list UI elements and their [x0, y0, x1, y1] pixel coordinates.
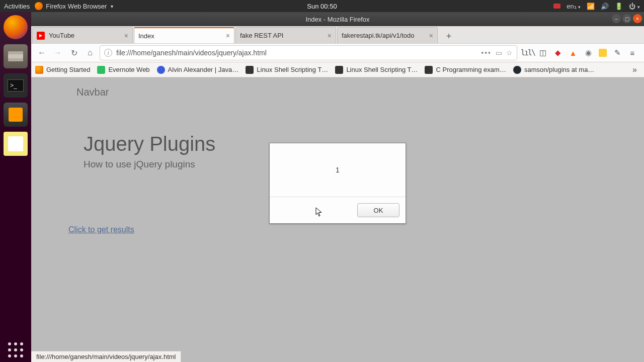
bookmark-getting-started[interactable]: Getting Started — [35, 66, 90, 74]
tab-fakerestapi[interactable]: fakerestapi.tk/api/v1/todo × — [337, 27, 438, 43]
alert-message: 1 — [270, 143, 406, 197]
bookmark-star-icon[interactable]: ☆ — [506, 49, 513, 57]
activities-button[interactable]: Activities — [4, 3, 30, 10]
chevron-down-icon: ▾ — [111, 4, 113, 9]
window-titlebar: Index - Mozilla Firefox – ▢ × — [31, 12, 644, 26]
close-button[interactable]: × — [633, 14, 642, 23]
tab-youtube[interactable]: ▶ YouTube × — [32, 27, 133, 43]
alert-dialog: 1 OK — [269, 143, 406, 224]
forward-button[interactable]: → — [51, 46, 64, 59]
power-icon: ⏻ ▾ — [629, 3, 640, 10]
ok-button[interactable]: OK — [357, 203, 399, 217]
url-text: file:///home/ganesh/main/videos/jquery/a… — [116, 49, 267, 57]
bookmark-alvin[interactable]: Alvin Alexander | Java… — [157, 66, 239, 74]
tab-label: fake REST API — [240, 32, 283, 39]
bookmark-c-prog[interactable]: C Programming exam… — [425, 66, 506, 74]
page-viewport: Navbar Jquery Plugins How to use jQuery … — [31, 77, 644, 362]
launcher-files[interactable] — [4, 44, 28, 68]
url-bar[interactable]: i file:///home/ganesh/main/videos/jquery… — [100, 45, 517, 60]
reload-button[interactable]: ↻ — [67, 46, 80, 59]
bookmarks-bar: Getting Started Evernote Web Alvin Alexa… — [31, 62, 644, 77]
youtube-icon: ▶ — [37, 32, 45, 40]
back-button[interactable]: ← — [35, 46, 48, 59]
gnome-topbar: Activities Firefox Web Browser ▾ Sun 00:… — [0, 0, 644, 12]
bookmark-linux-2[interactable]: Linux Shell Scripting T… — [335, 66, 418, 74]
bookmark-evernote[interactable]: Evernote Web — [97, 66, 149, 74]
status-bar: file:///home/ganesh/main/videos/jquery/a… — [31, 351, 181, 362]
launcher-notes[interactable] — [4, 132, 28, 156]
home-button[interactable]: ⌂ — [84, 46, 97, 59]
bookmark-samson[interactable]: samson/plugins at ma… — [513, 66, 594, 74]
launcher-firefox[interactable] — [4, 15, 28, 39]
clock[interactable]: Sun 00:50 — [307, 3, 337, 10]
tab-label: Index — [138, 32, 154, 40]
tab-fake-rest-api[interactable]: fake REST API × — [235, 27, 336, 43]
battery-icon: 🔋 — [615, 3, 623, 10]
new-tab-button[interactable]: + — [442, 29, 456, 43]
menu-button[interactable]: ≡ — [628, 48, 637, 57]
ext-icon-3[interactable]: ◉ — [584, 48, 593, 57]
library-icon[interactable]: lıl\ — [523, 48, 532, 57]
site-info-icon[interactable]: i — [104, 49, 112, 57]
page-actions-icon[interactable]: ••• — [481, 49, 492, 57]
system-tray[interactable]: en₁ ▾ 📶 🔊 🔋 ⏻ ▾ — [553, 3, 640, 10]
app-menu[interactable]: Firefox Web Browser ▾ — [35, 2, 113, 10]
close-icon[interactable]: × — [429, 32, 433, 40]
tab-label: YouTube — [49, 32, 74, 39]
reader-mode-icon[interactable]: ▭ — [496, 49, 502, 57]
launcher-terminal[interactable]: >_ — [4, 73, 28, 98]
volume-icon: 🔊 — [601, 3, 609, 10]
show-applications[interactable] — [4, 338, 28, 362]
ext-icon-5[interactable]: ✎ — [613, 48, 622, 57]
bookmarks-overflow[interactable]: » — [629, 65, 640, 74]
firefox-icon — [35, 2, 43, 10]
tab-label: fakerestapi.tk/api/v1/todo — [342, 32, 415, 39]
record-icon — [553, 4, 560, 9]
keyboard-indicator[interactable]: en₁ ▾ — [567, 3, 581, 10]
close-icon[interactable]: × — [124, 32, 128, 40]
minimize-button[interactable]: – — [612, 14, 621, 23]
close-icon[interactable]: × — [328, 32, 332, 40]
wifi-icon: 📶 — [587, 3, 595, 10]
ext-icon-4[interactable] — [599, 49, 607, 57]
app-menu-label: Firefox Web Browser — [46, 3, 107, 10]
ext-icon-2[interactable]: ▲ — [569, 48, 578, 57]
tab-strip: ▶ YouTube × Index × fake REST API × fake… — [31, 26, 644, 43]
tab-index[interactable]: Index × — [134, 27, 234, 43]
close-icon[interactable]: × — [226, 32, 230, 40]
firefox-window: ▶ YouTube × Index × fake REST API × fake… — [31, 26, 644, 362]
unity-launcher: >_ — [0, 12, 31, 362]
bookmark-linux-1[interactable]: Linux Shell Scripting T… — [246, 66, 328, 74]
launcher-sublime[interactable] — [4, 103, 28, 127]
window-title: Index - Mozilla Firefox — [305, 16, 369, 23]
sidebar-icon[interactable]: ◫ — [538, 48, 547, 57]
nav-toolbar: ← → ↻ ⌂ i file:///home/ganesh/main/video… — [31, 43, 644, 62]
maximize-button[interactable]: ▢ — [622, 14, 631, 23]
ext-icon-1[interactable]: ◆ — [553, 48, 562, 57]
